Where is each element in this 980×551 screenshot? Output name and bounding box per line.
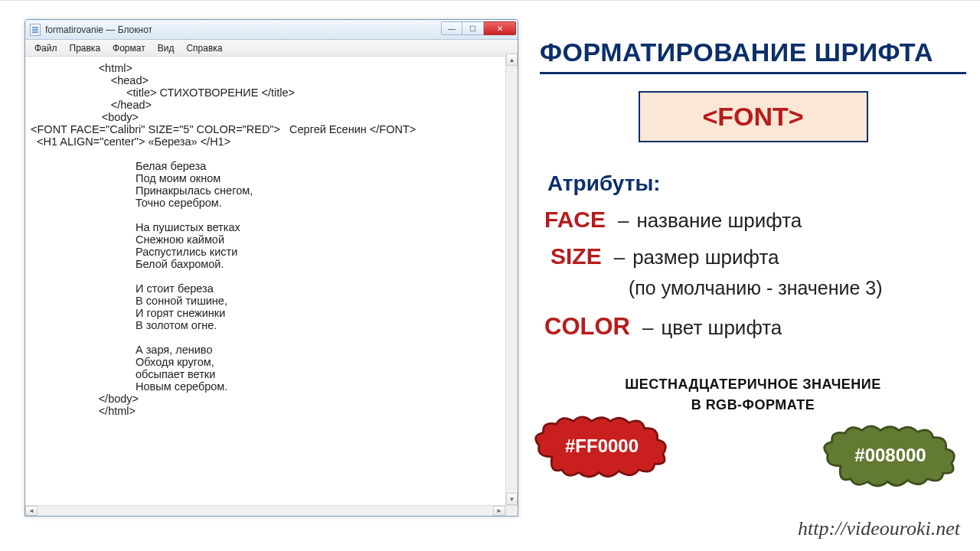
scroll-down-button[interactable]: ▼ (506, 493, 518, 505)
attr-desc-color: цвет шрифта (661, 316, 782, 340)
menu-format[interactable]: Формат (106, 41, 152, 55)
text-area[interactable]: <html> <head> <title> СТИХОТВОРЕНИЕ </ti… (25, 57, 518, 516)
attr-name-size: SIZE (550, 243, 614, 269)
info-panel: ФОРМАТИРОВАНИЕ ШРИФТА <FONT> Атрибуты: F… (540, 37, 966, 504)
attr-row-size: SIZE – размер шрифта (550, 243, 966, 269)
menu-bar: Файл Правка Формат Вид Справка (25, 40, 518, 57)
window-buttons: — ☐ ✕ (441, 21, 516, 35)
font-tag-box: <FONT> (639, 91, 868, 142)
cloud-green: #008000 (819, 423, 962, 487)
scroll-left-button[interactable]: ◄ (25, 506, 38, 516)
site-url: http://videouroki.net (798, 517, 960, 540)
attr-desc-size: размер шрифта (632, 246, 779, 269)
scroll-right-button[interactable]: ► (493, 506, 505, 516)
cloud-red: #FF0000 (531, 414, 673, 478)
attr-row-color: COLOR – цвет шрифта (544, 313, 966, 341)
hex-red-label: #FF0000 (565, 435, 639, 457)
menu-edit[interactable]: Правка (64, 41, 107, 55)
dash-icon: – (614, 246, 625, 269)
size-default-note: (по умолчанию - значение 3) (629, 277, 966, 299)
menu-view[interactable]: Вид (152, 41, 181, 55)
notepad-window: formatirovanie — Блокнот — ☐ ✕ Файл Прав… (24, 19, 518, 517)
window-title: formatirovanie — Блокнот (45, 24, 152, 35)
page-title: ФОРМАТИРОВАНИЕ ШРИФТА (540, 37, 966, 67)
scroll-corner (505, 505, 518, 516)
dash-icon: – (618, 209, 629, 233)
window-titlebar[interactable]: formatirovanie — Блокнот — ☐ ✕ (25, 20, 518, 40)
maximize-button[interactable]: ☐ (462, 21, 484, 35)
horizontal-scrollbar[interactable]: ◄ ► (25, 505, 505, 516)
hex-green-label: #008000 (854, 445, 926, 466)
dash-icon: – (642, 316, 653, 340)
title-underline (540, 72, 966, 74)
menu-file[interactable]: Файл (28, 41, 64, 55)
hex-header-line2: В RGB-ФОРМАТЕ (691, 397, 815, 412)
attributes-header: Атрибуты: (547, 171, 966, 196)
attr-name-face: FACE (544, 207, 618, 233)
hex-format-header: ШЕСТНАДЦАТЕРИЧНОЕ ЗНАЧЕНИЕ В RGB-ФОРМАТЕ (540, 374, 966, 416)
scroll-up-button[interactable]: ▲ (506, 54, 518, 66)
menu-help[interactable]: Справка (180, 41, 228, 55)
vertical-scrollbar[interactable]: ▲ ▼ (505, 54, 518, 505)
hex-header-line1: ШЕСТНАДЦАТЕРИЧНОЕ ЗНАЧЕНИЕ (625, 377, 880, 392)
close-button[interactable]: ✕ (484, 21, 516, 35)
color-clouds: #FF0000 #008000 (540, 420, 966, 504)
attr-desc-face: название шрифта (636, 209, 802, 233)
notepad-icon (30, 24, 41, 36)
minimize-button[interactable]: — (441, 21, 462, 35)
attr-name-color: COLOR (544, 313, 642, 341)
scroll-track[interactable] (506, 66, 518, 493)
text-content[interactable]: <html> <head> <title> СТИХОТВОРЕНИЕ </ti… (26, 57, 518, 419)
attr-row-face: FACE – название шрифта (544, 207, 966, 233)
